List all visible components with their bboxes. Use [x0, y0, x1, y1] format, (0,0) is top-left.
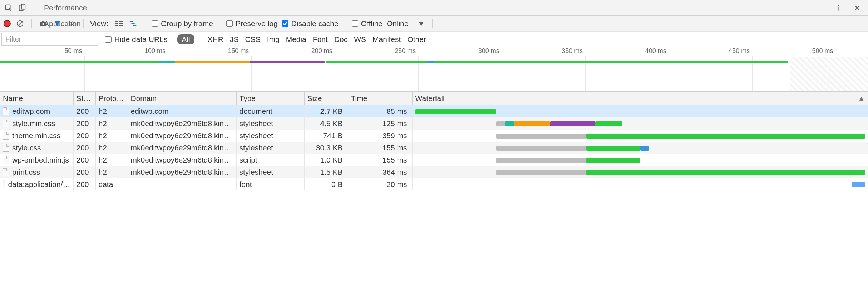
cell-domain: [128, 178, 236, 190]
file-icon: [3, 132, 9, 140]
group-by-frame-label: Group by frame: [161, 19, 213, 28]
record-button[interactable]: [4, 20, 11, 27]
cell-status: 200: [73, 166, 95, 178]
cell-type: stylesheet: [236, 130, 304, 142]
table-row[interactable]: wp-embed.min.js200h2mk0editwpoy6e29m6tq8…: [0, 154, 868, 166]
clear-icon[interactable]: [15, 19, 25, 29]
cell-type: stylesheet: [236, 117, 304, 130]
filter-toggle-icon[interactable]: [53, 19, 63, 29]
waterfall-bar: [550, 121, 595, 126]
col-status[interactable]: St…: [73, 92, 95, 105]
chip-xhr[interactable]: XHR: [208, 35, 223, 44]
waterfall-bar: [586, 146, 640, 151]
tick-label: 450 ms: [729, 47, 751, 55]
offline-checkbox[interactable]: Offline: [352, 19, 383, 28]
tick-label: 250 ms: [395, 47, 417, 55]
table-row[interactable]: style.min.css200h2mk0editwpoy6e29m6tq8.k…: [0, 117, 868, 130]
disable-cache-label: Disable cache: [291, 19, 339, 28]
view-waterfall-icon[interactable]: [128, 19, 138, 29]
chip-other[interactable]: Other: [407, 35, 426, 44]
cell-size: 1.5 KB: [304, 166, 348, 178]
waterfall-bar: [586, 134, 865, 139]
cell-waterfall: [412, 178, 868, 190]
throttling-select[interactable]: Online ▼: [387, 19, 426, 28]
waterfall-bar: [496, 158, 586, 163]
svg-point-4: [838, 7, 839, 8]
cell-type: script: [236, 154, 304, 166]
cell-protocol: data: [95, 178, 128, 190]
table-row[interactable]: style.css200h2mk0editwpoy6e29m6tq8.kinst…: [0, 142, 868, 154]
timeline-overview[interactable]: 50 ms100 ms150 ms200 ms250 ms300 ms350 m…: [0, 47, 868, 92]
svg-point-3: [838, 5, 839, 6]
search-icon[interactable]: [67, 19, 77, 29]
cell-type: document: [236, 105, 304, 118]
capture-screenshots-icon[interactable]: [38, 19, 48, 29]
col-time[interactable]: Time: [348, 92, 412, 105]
cell-waterfall: [412, 166, 868, 178]
cell-waterfall: [412, 154, 868, 166]
throttling-value: Online: [387, 19, 426, 28]
col-protocol[interactable]: Protocol: [95, 92, 128, 105]
preserve-log-checkbox[interactable]: Preserve log: [226, 19, 278, 28]
table-row[interactable]: data:application/…200datafont0 B20 ms: [0, 178, 868, 190]
chip-ws[interactable]: WS: [354, 35, 366, 44]
cell-size: 1.0 KB: [304, 154, 348, 166]
svg-rect-13: [119, 23, 123, 24]
waterfall-bar: [496, 170, 586, 175]
waterfall-bar: [415, 109, 497, 114]
cell-status: 200: [73, 142, 95, 154]
panel-tabs: ElementsConsoleSourcesNetworkPerformance…: [0, 0, 868, 16]
more-options-icon[interactable]: [833, 2, 844, 14]
col-waterfall[interactable]: Waterfall: [412, 92, 868, 105]
divider: [345, 19, 345, 28]
disable-cache-checkbox[interactable]: Disable cache: [282, 19, 339, 28]
chip-js[interactable]: JS: [230, 35, 239, 44]
offline-label: Offline: [361, 19, 383, 28]
tab-performance[interactable]: Performance: [38, 0, 93, 16]
waterfall-bar: [586, 170, 865, 175]
chip-media[interactable]: Media: [286, 35, 306, 44]
device-toolbar-icon[interactable]: [16, 2, 28, 14]
overview-segment: [175, 61, 250, 63]
tick-label: 400 ms: [645, 47, 668, 55]
divider: [201, 35, 201, 44]
col-domain[interactable]: Domain: [128, 92, 236, 105]
cell-protocol: h2: [95, 130, 128, 142]
file-icon: [3, 168, 9, 176]
close-panel-icon[interactable]: [852, 2, 863, 14]
view-large-rows-icon[interactable]: [114, 19, 124, 29]
col-name[interactable]: Name: [0, 92, 73, 105]
request-name: editwp.com: [12, 107, 50, 116]
chip-font[interactable]: Font: [313, 35, 328, 44]
waterfall-bar: [595, 121, 622, 126]
col-size[interactable]: Size: [304, 92, 348, 105]
waterfall-bar: [852, 182, 865, 187]
svg-rect-10: [115, 21, 118, 22]
chip-img[interactable]: Img: [267, 35, 280, 44]
chip-css[interactable]: CSS: [245, 35, 260, 44]
table-row[interactable]: editwp.com200h2editwp.comdocument2.7 KB8…: [0, 105, 868, 118]
waterfall-bar: [496, 121, 505, 126]
cell-protocol: h2: [95, 166, 128, 178]
network-table: Name St… Protocol Domain Type Size Time …: [0, 92, 868, 190]
chip-manifest[interactable]: Manifest: [373, 35, 401, 44]
col-type[interactable]: Type: [236, 92, 304, 105]
preserve-log-label: Preserve log: [236, 19, 278, 28]
chip-doc[interactable]: Doc: [334, 35, 347, 44]
overview-segment: [250, 61, 325, 63]
hide-data-urls-checkbox[interactable]: Hide data URLs: [105, 35, 167, 44]
svg-rect-12: [115, 23, 118, 24]
cell-waterfall: [412, 142, 868, 154]
filter-input[interactable]: [1, 33, 98, 46]
table-row[interactable]: theme.min.css200h2mk0editwpoy6e29m6tq8.k…: [0, 130, 868, 142]
cell-type: font: [236, 178, 304, 190]
inspect-element-icon[interactable]: [3, 2, 14, 14]
chip-all[interactable]: All: [177, 34, 194, 44]
file-icon: [3, 107, 9, 115]
network-toolbar: View: Group by frame Preserve log Disabl…: [0, 16, 868, 32]
cell-size: 4.5 KB: [304, 117, 348, 130]
tick-label: 150 ms: [228, 47, 250, 55]
group-by-frame-checkbox[interactable]: Group by frame: [152, 19, 213, 28]
cell-waterfall: [412, 117, 868, 130]
table-row[interactable]: print.css200h2mk0editwpoy6e29m6tq8.kinst…: [0, 166, 868, 178]
